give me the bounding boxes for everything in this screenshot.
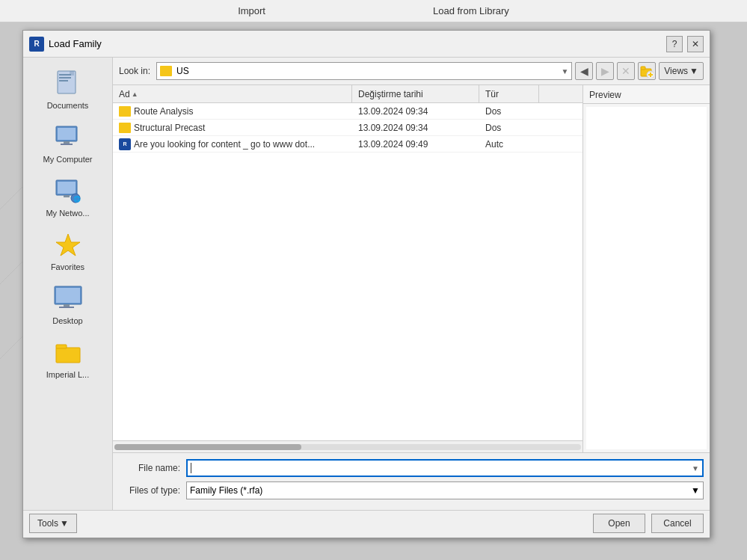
computer-icon: [50, 122, 86, 152]
text-cursor: [191, 463, 191, 473]
sidebar-item-imperial[interactable]: Imperial L...: [31, 333, 105, 384]
folder-icon-small: [160, 66, 172, 76]
file-name-route-analysis: Route Analysis: [119, 106, 358, 117]
svg-rect-7: [70, 71, 74, 76]
dialog-body: Documents My Computer: [23, 58, 710, 510]
svg-rect-6: [59, 80, 68, 81]
column-name-header[interactable]: Ad ▲: [113, 85, 352, 102]
cancel-button[interactable]: Cancel: [651, 514, 704, 533]
file-list-container: Ad ▲ Değiştirme tarihi Tür: [113, 85, 582, 452]
svg-rect-10: [64, 141, 70, 144]
views-arrow-icon: ▼: [689, 66, 698, 76]
file-name-content-link: R Are you looking for content _ go to ww…: [119, 138, 358, 150]
documents-icon: [50, 68, 86, 98]
load-family-dialog: R Load Family ? ✕ Documents: [22, 30, 710, 538]
svg-rect-5: [59, 77, 71, 79]
sidebar-documents-label: Documents: [47, 101, 89, 110]
views-button[interactable]: Views ▼: [659, 62, 704, 80]
svg-marker-17: [56, 234, 80, 256]
toolbar-row: Look in: US ▼ ◀ ▶ ✕: [113, 58, 710, 85]
sidebar-item-favorites[interactable]: Favorites: [31, 225, 105, 276]
dropdown-arrow-icon: ▼: [561, 67, 568, 76]
svg-rect-22: [56, 348, 80, 363]
tools-arrow-icon: ▼: [60, 518, 69, 529]
preview-content: [586, 107, 707, 449]
file-name-label: File name:: [119, 463, 186, 473]
svg-rect-20: [64, 304, 70, 307]
back-button[interactable]: ◀: [575, 62, 593, 80]
main-content: Look in: US ▼ ◀ ▶ ✕: [113, 58, 710, 510]
dialog-title: Load Family: [49, 38, 662, 49]
preview-label: Preview: [583, 85, 710, 104]
input-dropdown-arrow[interactable]: ▼: [692, 464, 699, 473]
file-type-structural-precast: Dos: [485, 123, 545, 133]
sort-arrow-icon: ▲: [132, 90, 138, 98]
sidebar-desktop-label: Desktop: [52, 316, 82, 325]
preview-panel: Preview: [582, 85, 710, 452]
svg-rect-13: [58, 182, 76, 194]
sidebar-item-documents[interactable]: Documents: [31, 64, 105, 114]
dialog-footer: Tools ▼ Open Cancel: [23, 510, 710, 538]
dialog-close-button[interactable]: ✕: [687, 36, 704, 52]
network-icon: 🌐: [50, 176, 86, 206]
app-bar: Import Load from Library: [0, 0, 747, 22]
file-type-route-analysis: Dos: [485, 106, 545, 117]
files-of-type-arrow-icon: ▼: [691, 485, 700, 496]
current-folder-text: US: [176, 66, 556, 76]
dialog-app-icon: R: [29, 37, 44, 52]
delete-button[interactable]: ✕: [617, 62, 635, 80]
files-of-type-label: Files of type:: [119, 485, 186, 496]
sidebar-item-desktop[interactable]: Desktop: [31, 279, 105, 330]
sidebar-favorites-label: Favorites: [51, 262, 84, 271]
filename-row: File name: ▼: [119, 459, 704, 477]
file-date-route-analysis: 13.09.2024 09:34: [358, 106, 485, 117]
look-in-dropdown[interactable]: US ▼: [156, 62, 572, 80]
open-button[interactable]: Open: [593, 514, 645, 533]
dialog-titlebar: R Load Family ? ✕: [23, 31, 710, 58]
folder-icon-route-analysis: [119, 106, 131, 117]
imperial-folder-icon: [50, 337, 86, 367]
file-date-structural-precast: 13.09.2024 09:34: [358, 123, 485, 133]
sidebar-item-my-computer[interactable]: My Computer: [31, 117, 105, 168]
file-type-content-link: Autc: [485, 139, 545, 150]
files-of-type-dropdown[interactable]: Family Files (*.rfa) ▼: [186, 481, 704, 499]
svg-rect-25: [641, 67, 645, 70]
revit-icon-content-link: R: [119, 138, 131, 150]
scrollbar-track[interactable]: [114, 444, 581, 450]
column-headers: Ad ▲ Değiştirme tarihi Tür: [113, 85, 582, 103]
file-name-structural-precast: Structural Precast: [119, 123, 358, 133]
forward-button[interactable]: ▶: [596, 62, 614, 80]
sidebar-network-label: My Netwo...: [46, 209, 89, 218]
sidebar-item-network[interactable]: 🌐 My Netwo...: [31, 171, 105, 222]
favorites-icon: [50, 230, 86, 259]
files-of-type-value: Family Files (*.rfa): [190, 485, 262, 496]
load-from-library-menu[interactable]: Load from Library: [424, 2, 518, 19]
scrollbar-thumb[interactable]: [114, 444, 301, 450]
files-of-type-row: Files of type: Family Files (*.rfa) ▼: [119, 481, 704, 499]
views-label: Views: [664, 66, 688, 76]
file-row-content-link[interactable]: R Are you looking for content _ go to ww…: [113, 136, 582, 153]
file-name-input[interactable]: ▼: [186, 459, 704, 477]
new-folder-button[interactable]: [638, 62, 656, 80]
file-date-content-link: 13.09.2024 09:49: [358, 139, 485, 150]
column-type-header[interactable]: Tür: [479, 85, 539, 102]
svg-text:🌐: 🌐: [73, 195, 81, 203]
file-row-structural-precast[interactable]: Structural Precast 13.09.2024 09:34 Dos: [113, 120, 582, 136]
tools-button[interactable]: Tools ▼: [29, 514, 77, 533]
sidebar-computer-label: My Computer: [43, 155, 92, 164]
file-row-route-analysis[interactable]: Route Analysis 13.09.2024 09:34 Dos: [113, 103, 582, 120]
horizontal-scrollbar[interactable]: [113, 440, 582, 452]
bottom-area: File name: ▼ Files of type: Family Files…: [113, 452, 710, 510]
dialog-help-button[interactable]: ?: [666, 36, 683, 52]
file-list: Route Analysis 13.09.2024 09:34 Dos Stru…: [113, 103, 582, 440]
svg-rect-4: [59, 74, 71, 76]
tools-label: Tools: [37, 518, 58, 529]
folder-icon-structural-precast: [119, 123, 131, 133]
svg-rect-14: [64, 195, 70, 197]
svg-rect-11: [61, 144, 73, 145]
svg-rect-9: [58, 128, 76, 140]
import-menu[interactable]: Import: [229, 2, 274, 19]
desktop-icon: [50, 283, 86, 313]
sidebar-imperial-label: Imperial L...: [46, 370, 89, 379]
column-date-header[interactable]: Değiştirme tarihi: [352, 85, 479, 102]
